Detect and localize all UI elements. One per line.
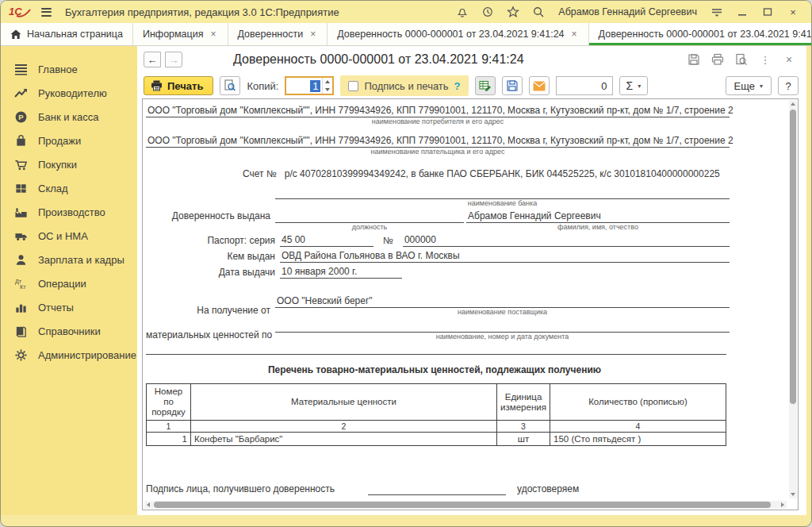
more-actions-icon[interactable]: ⋮ — [756, 51, 775, 68]
scroll-up-icon[interactable] — [789, 100, 797, 108]
close-form-icon[interactable]: × — [779, 51, 799, 68]
section-divider — [146, 354, 726, 355]
sidebar-item-label: Зарплата и кадры — [38, 254, 124, 266]
tab-bar: Начальная страница Информация × Доверенн… — [1, 23, 811, 46]
position-caption: должность — [275, 223, 464, 232]
passport-series: 45 00 — [280, 233, 373, 247]
sum-button[interactable]: Σ ▾ — [619, 76, 649, 95]
print-preview-button[interactable] — [220, 76, 240, 95]
valuables-label: материальных ценностей по — [146, 329, 275, 341]
chevron-down-icon: ▾ — [638, 83, 641, 90]
counter-field[interactable]: 0 — [556, 76, 613, 95]
cart-icon — [13, 158, 28, 171]
sidebar-item-bank-cash[interactable]: Р Банк и касса — [1, 105, 137, 129]
gear-icon — [13, 348, 28, 362]
tab-close-icon[interactable]: × — [209, 28, 218, 40]
scroll-right-icon[interactable] — [779, 501, 787, 509]
account-row: Счет № р/с 40702810399994349242, в банке… — [243, 167, 730, 180]
sidebar-item-label: ОС и НМА — [38, 230, 88, 242]
tab-warrants-list[interactable]: Доверенности × — [228, 23, 328, 45]
svg-text:Кт: Кт — [20, 284, 26, 290]
sidebar-item-sales[interactable]: Продажи — [1, 129, 137, 152]
maximize-button[interactable] — [759, 4, 776, 20]
save-icon[interactable] — [684, 51, 703, 68]
sidebar-item-label: Руководителю — [38, 87, 107, 99]
vertical-scroll-thumb[interactable] — [790, 110, 796, 404]
bank-caption: наименование банка — [275, 199, 730, 208]
sidebar-item-production[interactable]: Производство — [1, 200, 137, 224]
preview-icon[interactable] — [732, 51, 751, 68]
scroll-down-icon[interactable] — [789, 490, 797, 498]
app-window: 1С Бухгалтерия предприятия, редакция 3.0… — [0, 0, 812, 527]
history-icon[interactable] — [479, 4, 496, 20]
sidebar-item-fixed-assets[interactable]: ОС и НМА — [1, 224, 137, 248]
tab-home[interactable]: Начальная страница — [1, 23, 133, 45]
copies-value[interactable]: 1 — [310, 80, 320, 92]
home-icon — [10, 29, 21, 40]
tab-close-icon[interactable]: × — [308, 28, 317, 40]
issued-label: Доверенность выдана — [146, 210, 275, 222]
sidebar-item-label: Справочники — [38, 325, 101, 337]
receive-from-label: На получение от — [146, 304, 275, 317]
tab-label: Информация — [143, 29, 204, 40]
sidebar-item-directories[interactable]: Справочники — [1, 319, 137, 343]
notifications-bell-icon[interactable] — [454, 4, 471, 20]
print-button[interactable]: Печать — [144, 76, 213, 95]
more-button-label: Еще — [734, 80, 755, 92]
menu-lines-icon — [13, 63, 28, 75]
help-button[interactable]: ? — [778, 76, 799, 95]
payer-caption: наименование плательщика и его адрес — [146, 148, 730, 156]
edit-spreadsheet-button[interactable] — [475, 76, 496, 95]
minimize-button[interactable] — [733, 4, 751, 20]
current-user[interactable]: Абрамов Геннадий Сергеевич — [558, 6, 697, 17]
goods-table-header-row: Номер по порядку Материальные ценности Е… — [147, 384, 726, 421]
tab-information[interactable]: Информация × — [133, 23, 228, 45]
sidebar-item-main[interactable]: Главное — [1, 57, 137, 81]
main-menu-icon[interactable] — [39, 6, 54, 19]
sign-and-stamp-checkbox[interactable] — [348, 81, 358, 91]
vertical-scrollbar[interactable] — [789, 100, 797, 498]
copies-decrement-button[interactable] — [323, 86, 332, 94]
sidebar-item-manager[interactable]: Руководителю — [1, 81, 137, 105]
nav-back-button[interactable]: ← — [144, 52, 161, 67]
col-header-number: Номер по порядку — [147, 384, 191, 421]
scroll-left-icon[interactable] — [144, 501, 152, 509]
horizontal-scrollbar[interactable] — [144, 501, 787, 509]
more-button[interactable]: Еще ▾ — [726, 76, 772, 95]
nav-forward-button[interactable]: → — [165, 52, 182, 67]
passport-number-field: 000000 — [403, 233, 730, 247]
sidebar-item-reports[interactable]: Отчеты — [1, 295, 137, 319]
close-window-button[interactable]: × — [784, 4, 802, 20]
sidebar-item-label: Склад — [38, 183, 68, 194]
sigma-icon: Σ — [626, 79, 634, 92]
tab-warrant-document-1[interactable]: Доверенность 0000-000001 от 23.04.2021 9… — [327, 23, 588, 45]
send-email-button[interactable] — [529, 76, 550, 95]
save-file-button[interactable] — [502, 76, 523, 95]
consumer-value: ООО "Торговый дом "Комплексный"", ИНН 77… — [146, 104, 730, 117]
sign-and-stamp-help-link[interactable]: ? — [454, 80, 461, 92]
tab-close-icon[interactable]: × — [570, 28, 579, 40]
favorites-star-icon[interactable] — [504, 4, 522, 20]
issue-date-row: Дата выдачи 10 января 2000 г. — [146, 265, 730, 279]
col-header-valuables: Материальные ценности — [191, 384, 497, 421]
sidebar-item-salary-hr[interactable]: Зарплата и кадры — [1, 248, 137, 271]
trend-arrow-icon — [13, 87, 28, 99]
sidebar-item-purchases[interactable]: Покупки — [1, 152, 137, 176]
copies-stepper[interactable]: 1 — [285, 76, 334, 95]
svg-text:Р: Р — [18, 113, 23, 121]
sidebar-item-administration[interactable]: Администрирование — [1, 343, 137, 367]
sidebar-item-warehouse[interactable]: Склад — [1, 176, 137, 200]
horizontal-scroll-thumb[interactable] — [154, 502, 771, 508]
app-title: Бухгалтерия предприятия, редакция 3.0 1С… — [65, 6, 339, 18]
sidebar-item-operations[interactable]: ДтКт Операции — [1, 271, 137, 295]
service-menu-icon[interactable] — [708, 4, 726, 20]
print-icon[interactable] — [708, 51, 727, 68]
main-area: ← → Доверенность 0000-000001 от 23.04.20… — [137, 46, 806, 515]
valuables-document-field: наименование, номер и дата документа — [275, 320, 730, 341]
sign-and-stamp-label[interactable]: Подпись и печать — [364, 80, 448, 92]
tab-warrant-document-2-active[interactable]: Доверенность 0000-000001 от 23.04.2021 9… — [589, 23, 812, 45]
copies-increment-button[interactable] — [323, 78, 332, 86]
sidebar-item-label: Администрирование — [38, 349, 136, 361]
search-icon[interactable] — [530, 4, 547, 20]
form-header: ← → Доверенность 0000-000001 от 23.04.20… — [137, 46, 806, 73]
